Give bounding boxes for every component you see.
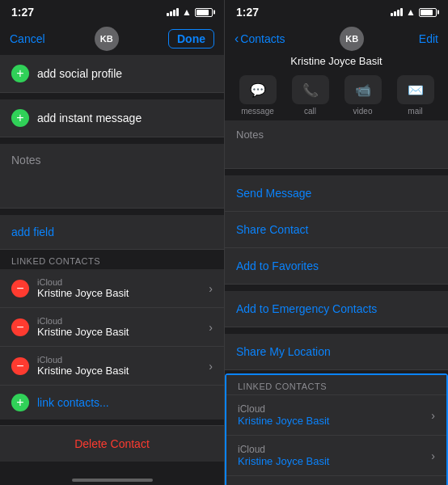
right-avatar: KB — [340, 27, 364, 51]
message-button[interactable]: 💬 message — [235, 75, 281, 116]
message-icon: 💬 — [239, 75, 277, 104]
linked-name-2: Kristine Joyce Basit — [37, 365, 209, 377]
back-button[interactable]: ‹ Contacts — [235, 32, 285, 46]
add-social-profile-row[interactable]: + add social profile — [0, 55, 224, 93]
linked-contacts-section-right: LINKED CONTACTS iCloud Kristine Joyce Ba… — [225, 373, 448, 485]
notes-label-left: Notes — [11, 154, 213, 167]
right-status-bar: 1:27 ▲ — [225, 0, 448, 23]
chevron-right-icon-0: › — [209, 282, 213, 295]
add-to-favorites-label[interactable]: Add to Favorites — [236, 259, 319, 272]
add-instant-label: add instant message — [37, 112, 142, 124]
right-chevron-1: › — [431, 449, 435, 462]
right-status-icons: ▲ — [391, 6, 437, 18]
add-social-icon: + — [11, 65, 29, 82]
left-status-icons: ▲ — [167, 6, 213, 18]
left-panel: 1:27 ▲ Cancel KB Done + add social profi… — [0, 0, 224, 485]
add-social-label: add social profile — [37, 67, 122, 80]
avatar: KB — [95, 27, 119, 51]
linked-info-right-0: iCloud Kristine Joyce Basit — [238, 403, 431, 427]
add-emergency-row[interactable]: Add to Emergency Contacts — [225, 291, 448, 327]
delete-contact-label[interactable]: Delete Contact — [11, 437, 213, 450]
right-battery-icon — [419, 8, 437, 17]
left-battery-icon — [195, 8, 213, 17]
cancel-button[interactable]: Cancel — [10, 32, 45, 45]
linked-text-0: iCloud Kristine Joyce Basit — [37, 277, 209, 299]
call-button[interactable]: 📞 call — [287, 75, 334, 116]
video-icon: 📹 — [344, 75, 382, 104]
linked-contact-right-1[interactable]: iCloud Kristine Joyce Basit › — [226, 435, 446, 475]
linked-name-right-0: Kristine Joyce Basit — [238, 415, 431, 427]
notes-section-right: Notes — [225, 120, 448, 169]
add-instant-message-row[interactable]: + add instant message — [0, 99, 224, 137]
share-location-row[interactable]: Share My Location — [225, 334, 448, 370]
action-buttons-bar: 💬 message 📞 call 📹 video ✉️ mail — [225, 70, 448, 120]
linked-contact-row-1[interactable]: − iCloud Kristine Joyce Basit › — [0, 308, 224, 347]
call-icon: 📞 — [292, 75, 329, 104]
back-label[interactable]: Contacts — [240, 32, 285, 45]
linked-source-right-1: iCloud — [238, 444, 431, 455]
linked-source-2: iCloud — [37, 355, 209, 365]
delete-contact-row[interactable]: Delete Contact — [0, 425, 224, 462]
linked-contact-right-0[interactable]: iCloud Kristine Joyce Basit › — [226, 394, 446, 435]
add-to-favorites-row[interactable]: Add to Favorites — [225, 248, 448, 284]
add-field-link[interactable]: add field — [11, 226, 54, 238]
chevron-right-icon-1: › — [209, 321, 213, 334]
mail-button[interactable]: ✉️ mail — [392, 75, 439, 116]
linked-name-right-1: Kristine Joyce Basit — [238, 455, 431, 467]
remove-icon-0[interactable]: − — [11, 280, 29, 297]
link-contacts-label[interactable]: link contacts... — [37, 396, 109, 409]
linked-contact-row-2[interactable]: − iCloud Kristine Joyce Basit › — [0, 347, 224, 386]
remove-icon-2[interactable]: − — [11, 357, 29, 375]
linked-contacts-header-right: LINKED CONTACTS — [226, 375, 446, 394]
linked-contact-right-2[interactable]: iCloud Kristine Joyce Basit › — [226, 475, 446, 485]
left-bottom-bar — [0, 467, 224, 485]
linked-info-right-1: iCloud Kristine Joyce Basit — [238, 444, 431, 467]
call-label: call — [304, 107, 316, 116]
left-status-bar: 1:27 ▲ — [0, 0, 224, 23]
right-panel: 1:27 ▲ ‹ Contacts KB Edit Kristine Joyce… — [224, 0, 448, 485]
notes-field-left[interactable]: Notes — [0, 144, 224, 209]
linked-source-1: iCloud — [37, 316, 209, 326]
video-label: video — [353, 107, 373, 116]
notes-header-right: Notes — [236, 129, 437, 141]
chevron-right-icon-2: › — [209, 360, 213, 373]
linked-name-0: Kristine Joyce Basit — [37, 287, 209, 299]
right-nav-bar: ‹ Contacts KB Edit — [225, 23, 448, 55]
left-time: 1:27 — [11, 6, 34, 19]
linked-source-0: iCloud — [37, 277, 209, 287]
video-button[interactable]: 📹 video — [340, 75, 387, 116]
left-wifi-icon: ▲ — [182, 6, 192, 18]
edit-button[interactable]: Edit — [419, 32, 438, 45]
right-chevron-0: › — [431, 409, 435, 422]
share-contact-label[interactable]: Share Contact — [236, 223, 309, 236]
share-location-label[interactable]: Share My Location — [236, 345, 331, 358]
linked-text-2: iCloud Kristine Joyce Basit — [37, 355, 209, 377]
left-nav-bar: Cancel KB Done — [0, 23, 224, 55]
add-field-row[interactable]: add field — [0, 215, 224, 250]
add-emergency-label[interactable]: Add to Emergency Contacts — [236, 302, 377, 315]
right-wifi-icon: ▲ — [406, 6, 416, 18]
home-indicator-left — [72, 479, 153, 482]
linked-name-1: Kristine Joyce Basit — [37, 326, 209, 338]
linked-source-right-0: iCloud — [238, 403, 431, 415]
share-contact-row[interactable]: Share Contact — [225, 212, 448, 248]
right-signal-icon — [391, 8, 403, 16]
linked-text-1: iCloud Kristine Joyce Basit — [37, 316, 209, 338]
link-contacts-row[interactable]: + link contacts... — [0, 386, 224, 420]
linked-contacts-header-left: LINKED CONTACTS — [0, 250, 224, 269]
linked-contact-row-0[interactable]: − iCloud Kristine Joyce Basit › — [0, 269, 224, 308]
left-signal-icon — [167, 8, 179, 16]
send-message-row[interactable]: Send Message — [225, 175, 448, 212]
chevron-left-icon: ‹ — [235, 32, 239, 46]
mail-icon: ✉️ — [397, 75, 434, 104]
link-add-icon: + — [11, 394, 29, 411]
add-instant-icon: + — [11, 109, 29, 127]
right-time: 1:27 — [236, 6, 259, 19]
send-message-label[interactable]: Send Message — [236, 187, 311, 200]
contact-name-title: Kristine Joyce Basit — [225, 55, 448, 70]
remove-icon-1[interactable]: − — [11, 318, 29, 336]
message-label: message — [241, 107, 274, 116]
done-button[interactable]: Done — [168, 29, 214, 48]
mail-label: mail — [408, 107, 422, 116]
